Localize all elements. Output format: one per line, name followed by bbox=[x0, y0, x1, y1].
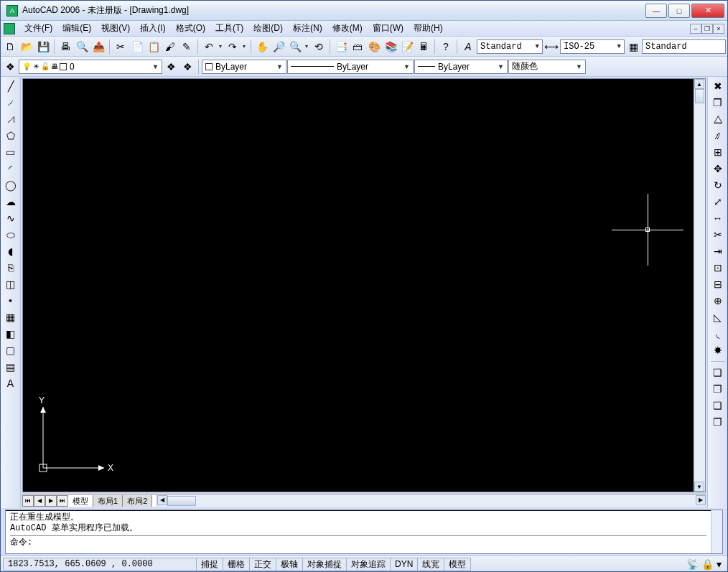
zoom-realtime-button[interactable]: 🔎 bbox=[271, 39, 286, 55]
zoom-window-button[interactable]: 🔍▾ bbox=[287, 39, 310, 55]
blockeditor-button[interactable]: ✎ bbox=[179, 39, 195, 55]
layer-properties-button[interactable]: ❖ bbox=[2, 59, 18, 75]
scroll-down-button[interactable]: ▼ bbox=[694, 482, 704, 492]
tab-prev-button[interactable]: ◀ bbox=[34, 495, 45, 507]
document-icon[interactable] bbox=[4, 23, 15, 34]
break-button[interactable]: ⊟ bbox=[710, 276, 726, 292]
spline-button[interactable]: ∿ bbox=[3, 210, 19, 226]
open-button[interactable]: 📂 bbox=[19, 39, 34, 55]
markup-button[interactable]: 📝 bbox=[399, 39, 415, 55]
quickcalc-button[interactable]: 🖩 bbox=[416, 39, 431, 55]
dimstyle-combo[interactable]: ISO-25▼ bbox=[560, 39, 625, 54]
region-button[interactable]: ▢ bbox=[3, 342, 19, 358]
textstyle-button[interactable]: A bbox=[460, 39, 476, 55]
line-button[interactable]: ╱ bbox=[3, 78, 19, 94]
model-toggle[interactable]: 模型 bbox=[444, 558, 471, 571]
publish-button[interactable]: 📤 bbox=[90, 39, 106, 55]
linetype-combo[interactable]: ByLayer ▼ bbox=[287, 60, 414, 74]
offset-button[interactable]: ⫽ bbox=[710, 128, 726, 144]
properties-button[interactable]: 📑 bbox=[333, 39, 349, 55]
rectangle-button[interactable]: ▭ bbox=[3, 144, 19, 160]
point-button[interactable]: • bbox=[3, 293, 19, 309]
tablestyle-button[interactable]: ▦ bbox=[625, 39, 641, 55]
save-button[interactable]: 💾 bbox=[35, 39, 51, 55]
erase-button[interactable]: ✖ bbox=[710, 78, 726, 94]
menu-insert[interactable]: 插入(I) bbox=[135, 21, 170, 36]
snap-toggle[interactable]: 捕捉 bbox=[196, 558, 223, 571]
menu-dimension[interactable]: 标注(N) bbox=[288, 21, 327, 36]
trim-button[interactable]: ✂ bbox=[710, 227, 726, 243]
scroll-thumb[interactable] bbox=[695, 89, 704, 103]
qnew-button[interactable]: 🗋 bbox=[2, 39, 18, 55]
chamfer-button[interactable]: ◺ bbox=[710, 309, 726, 325]
dimstyle-button[interactable]: ⟷ bbox=[543, 39, 559, 55]
rotate-button[interactable]: ↻ bbox=[710, 177, 726, 193]
chevron-down-icon[interactable]: ▾ bbox=[303, 43, 310, 50]
scroll-right-button[interactable]: ▶ bbox=[696, 495, 706, 505]
undo-button[interactable]: ↶▾ bbox=[201, 39, 224, 55]
coordinates-display[interactable]: 1823.7513, 665.0609 , 0.0000 bbox=[3, 558, 197, 571]
horizontal-scrollbar[interactable]: ◀ ▶ bbox=[157, 495, 706, 507]
command-history[interactable]: 正在重生成模型。 AutoCAD 菜单实用程序已加载。 命令: bbox=[6, 510, 711, 553]
tab-layout2[interactable]: 布局2 bbox=[123, 495, 152, 507]
sheetset-button[interactable]: 📚 bbox=[383, 39, 398, 55]
lwt-toggle[interactable]: 线宽 bbox=[417, 558, 444, 571]
join-button[interactable]: ⊕ bbox=[710, 293, 726, 309]
pan-button[interactable]: ✋ bbox=[254, 39, 270, 55]
scroll-thumb[interactable] bbox=[167, 496, 196, 506]
circle-button[interactable]: ◯ bbox=[3, 177, 19, 193]
designcenter-button[interactable]: 🗃 bbox=[350, 39, 365, 55]
menu-help[interactable]: 帮助(H) bbox=[409, 21, 448, 36]
mdi-close-button[interactable]: × bbox=[713, 24, 724, 34]
mirror-button[interactable]: ⧋ bbox=[710, 111, 726, 127]
draworder-back-button[interactable]: ❐ bbox=[710, 381, 726, 397]
color-combo[interactable]: ByLayer ▼ bbox=[202, 60, 286, 74]
chevron-down-icon[interactable]: ▾ bbox=[241, 43, 248, 50]
command-scrollbar[interactable] bbox=[711, 510, 722, 553]
lineweight-combo[interactable]: ByLayer ▼ bbox=[414, 60, 508, 74]
fillet-button[interactable]: ◟ bbox=[710, 326, 726, 342]
layer-states-button[interactable]: ❖ bbox=[179, 59, 195, 75]
ellipse-button[interactable]: ⬭ bbox=[3, 227, 19, 243]
mdi-restore-button[interactable]: ❐ bbox=[701, 24, 713, 34]
minimize-button[interactable]: — bbox=[645, 4, 667, 18]
menu-format[interactable]: 格式(O) bbox=[171, 21, 210, 36]
zoom-previous-button[interactable]: ⟲ bbox=[311, 39, 327, 55]
menu-draw[interactable]: 绘图(D) bbox=[248, 21, 288, 36]
otrack-toggle[interactable]: 对象追踪 bbox=[346, 558, 391, 571]
scroll-left-button[interactable]: ◀ bbox=[157, 495, 167, 505]
plot-button[interactable]: 🖶 bbox=[57, 39, 73, 55]
plotstyle-combo[interactable]: 随颜色 ▼ bbox=[508, 60, 586, 74]
maximize-button[interactable]: □ bbox=[668, 4, 690, 18]
menu-edit[interactable]: 编辑(E) bbox=[57, 21, 96, 36]
paste-button[interactable]: 📋 bbox=[146, 39, 162, 55]
break-at-point-button[interactable]: ⊡ bbox=[710, 260, 726, 276]
scale-button[interactable]: ⤢ bbox=[710, 194, 726, 210]
drawing-canvas[interactable]: X Y bbox=[23, 79, 694, 492]
ellipse-arc-button[interactable]: ◖ bbox=[3, 243, 19, 259]
tab-model[interactable]: 模型 bbox=[68, 495, 93, 507]
revcloud-button[interactable]: ☁ bbox=[3, 194, 19, 210]
textstyle-combo[interactable]: Standard▼ bbox=[477, 39, 543, 54]
extend-button[interactable]: ⇥ bbox=[710, 243, 726, 259]
tab-first-button[interactable]: ⏮ bbox=[22, 495, 34, 507]
stretch-button[interactable]: ↔ bbox=[710, 210, 726, 226]
move-button[interactable]: ✥ bbox=[710, 161, 726, 177]
redo-button[interactable]: ↷▾ bbox=[225, 39, 248, 55]
menu-modify[interactable]: 修改(M) bbox=[327, 21, 368, 36]
polyline-button[interactable]: ⩘ bbox=[3, 111, 19, 127]
table-button[interactable]: ▤ bbox=[3, 359, 19, 375]
layer-combo[interactable]: 💡 ☀ 🔓 🖶 0 ▼ bbox=[19, 60, 162, 74]
menu-file[interactable]: 文件(F) bbox=[19, 21, 57, 36]
ortho-toggle[interactable]: 正交 bbox=[249, 558, 276, 571]
menu-window[interactable]: 窗口(W) bbox=[368, 21, 409, 36]
polygon-button[interactable]: ⬠ bbox=[3, 128, 19, 144]
mtext-button[interactable]: A bbox=[3, 375, 19, 391]
plot-preview-button[interactable]: 🔍 bbox=[74, 39, 90, 55]
vertical-scrollbar[interactable]: ▲ ▼ bbox=[694, 79, 705, 492]
tab-last-button[interactable]: ⏭ bbox=[57, 495, 68, 507]
grid-toggle[interactable]: 栅格 bbox=[223, 558, 250, 571]
help-button[interactable]: ? bbox=[438, 39, 454, 55]
scroll-up-button[interactable]: ▲ bbox=[694, 79, 704, 89]
dyn-toggle[interactable]: DYN bbox=[390, 558, 418, 571]
